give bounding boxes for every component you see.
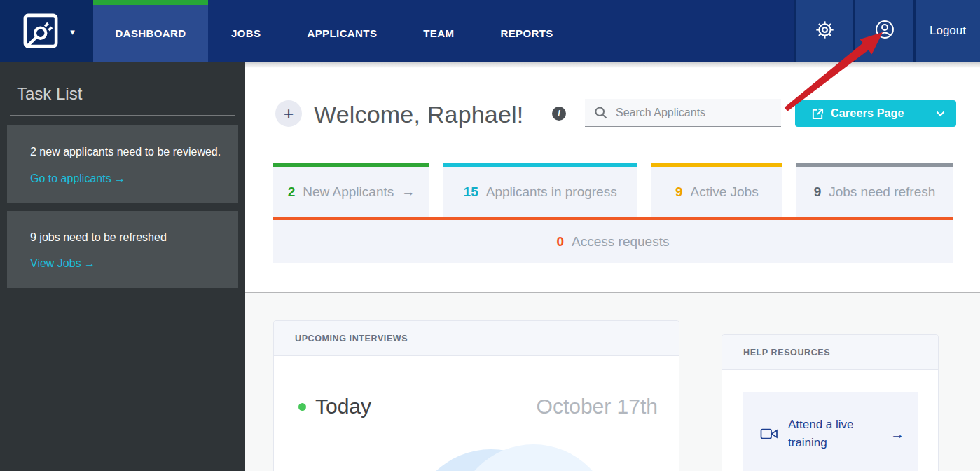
user-circle-icon bbox=[875, 20, 895, 42]
stat-label: New Applicants bbox=[303, 184, 394, 200]
careers-page-label: Careers Page bbox=[831, 107, 904, 120]
external-link-icon bbox=[811, 107, 824, 121]
stat-jobs-need-refresh[interactable]: 9 Jobs need refresh bbox=[796, 163, 953, 217]
stat-value: 0 bbox=[557, 234, 565, 250]
task-card-applicants: 2 new applicants need to be reviewed. Go… bbox=[7, 125, 238, 203]
panel-header: HELP RESOURCES bbox=[722, 335, 938, 370]
stat-label: Jobs need refresh bbox=[829, 184, 935, 200]
navbar-spacer bbox=[577, 0, 794, 62]
attend-training-link[interactable]: Attend a live training → bbox=[743, 392, 918, 471]
tab-applicants[interactable]: APPLICANTS bbox=[284, 0, 400, 62]
app-root: ▾ DASHBOARD JOBS APPLICANTS TEAM REPORTS bbox=[0, 0, 980, 471]
stat-active-jobs[interactable]: 9 Active Jobs bbox=[651, 163, 782, 217]
green-dot-icon bbox=[298, 403, 306, 411]
today-row: Today October 17th bbox=[298, 395, 658, 418]
view-jobs-link[interactable]: View Jobs → bbox=[30, 257, 95, 270]
search-icon bbox=[594, 106, 608, 120]
task-list-sidebar: Task List 2 new applicants need to be re… bbox=[0, 62, 245, 471]
search-box bbox=[585, 99, 781, 127]
main-content: + Welcome, Raphael! i Careers Page bbox=[245, 62, 980, 471]
careers-page-button[interactable]: Careers Page bbox=[795, 100, 956, 127]
upcoming-interviews-panel: UPCOMING INTERVIEWS Today October 17th bbox=[273, 320, 679, 471]
tab-team[interactable]: TEAM bbox=[400, 0, 477, 62]
page-title: Welcome, Raphael! bbox=[314, 101, 523, 128]
tab-jobs[interactable]: JOBS bbox=[208, 0, 284, 62]
panel-header: UPCOMING INTERVIEWS bbox=[274, 321, 679, 356]
help-resources-panel: HELP RESOURCES Attend a live training → bbox=[722, 334, 939, 471]
tab-dashboard[interactable]: DASHBOARD bbox=[93, 0, 208, 62]
stat-value: 15 bbox=[464, 184, 478, 200]
stat-label: Access requests bbox=[572, 234, 669, 250]
search-input[interactable] bbox=[585, 99, 781, 126]
chevron-down-icon[interactable] bbox=[936, 111, 945, 117]
stats-section: 2 New Applicants → 15 Applicants in prog… bbox=[273, 163, 953, 263]
stat-value: 9 bbox=[814, 184, 822, 200]
stat-row: 2 New Applicants → 15 Applicants in prog… bbox=[273, 163, 953, 217]
tab-reports[interactable]: REPORTS bbox=[477, 0, 576, 62]
sidebar-divider bbox=[10, 115, 235, 116]
stat-new-applicants[interactable]: 2 New Applicants → bbox=[273, 163, 429, 217]
info-icon[interactable]: i bbox=[552, 107, 566, 121]
add-button[interactable]: + bbox=[275, 100, 302, 127]
video-camera-icon bbox=[760, 427, 778, 441]
top-navbar: ▾ DASHBOARD JOBS APPLICANTS TEAM REPORTS bbox=[0, 0, 980, 62]
stat-label: Active Jobs bbox=[691, 184, 759, 200]
stat-value: 2 bbox=[288, 184, 296, 200]
task-text: 2 new applicants need to be reviewed. bbox=[30, 143, 221, 161]
account-button[interactable] bbox=[853, 0, 913, 62]
settings-button[interactable] bbox=[794, 0, 853, 62]
header-shadow bbox=[245, 62, 980, 68]
stat-value: 9 bbox=[675, 184, 683, 200]
sidebar-title: Task List bbox=[7, 84, 238, 104]
stat-label: Applicants in progress bbox=[486, 184, 617, 200]
go-to-applicants-link[interactable]: Go to applicants → bbox=[30, 172, 125, 185]
logout-button[interactable]: Logout bbox=[913, 0, 980, 62]
today-label: Today bbox=[315, 395, 371, 418]
arrow-right-icon: → bbox=[890, 426, 904, 442]
app-logo-icon bbox=[18, 8, 63, 53]
logo-menu[interactable]: ▾ bbox=[0, 0, 93, 62]
task-card-jobs: 9 jobs need to be refreshed View Jobs → bbox=[7, 211, 238, 289]
today-date: October 17th bbox=[537, 395, 658, 418]
stat-applicants-in-progress[interactable]: 15 Applicants in progress bbox=[443, 163, 637, 217]
task-text: 9 jobs need to be refreshed bbox=[30, 228, 221, 247]
gear-icon bbox=[815, 20, 834, 42]
stat-access-requests[interactable]: 0 Access requests bbox=[273, 217, 953, 263]
chevron-down-icon: ▾ bbox=[70, 27, 75, 37]
arrow-right-icon: → bbox=[401, 184, 415, 200]
help-item-label: Attend a live training bbox=[788, 416, 867, 453]
